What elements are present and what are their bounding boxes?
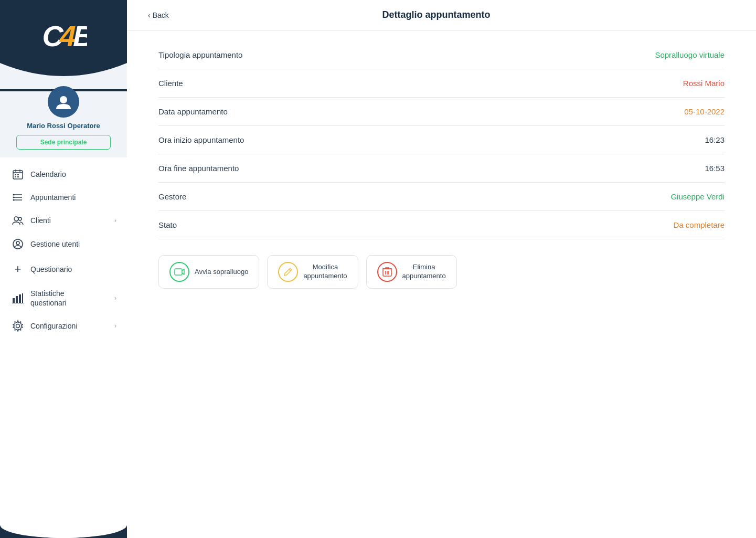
svg-line-33 (289, 269, 291, 271)
detail-content: Tipologia appuntamento Sopralluogo virtu… (127, 30, 756, 538)
sidebar-label-configurazioni: Configurazioni (30, 322, 114, 330)
statistiche-icon (10, 293, 25, 303)
modifica-appuntamento-button[interactable]: Modificaappuntamento (267, 255, 358, 289)
svg-rect-9 (17, 174, 19, 175)
detail-row-gestore: Gestore Giuseppe Verdi (158, 183, 725, 211)
label-tipologia: Tipologia appuntamento (158, 50, 242, 59)
sidebar-item-clienti[interactable]: Clienti › (0, 209, 127, 232)
sidebar-item-configurazioni[interactable]: Configurazioni › (0, 314, 127, 338)
gestione-utenti-icon (10, 238, 25, 250)
svg-rect-24 (16, 296, 18, 303)
modifica-icon (278, 262, 298, 282)
questionario-icon: + (10, 262, 25, 276)
avvia-sopralluogo-button[interactable]: Avvia sopralluogo (158, 255, 259, 289)
back-chevron-icon: ‹ (148, 11, 151, 19)
modifica-label: Modificaappuntamento (303, 263, 347, 281)
value-ora-fine: 16:53 (705, 164, 725, 173)
label-gestore: Gestore (158, 192, 186, 201)
elimina-icon (377, 262, 397, 282)
sidebar-label-calendario: Calendario (30, 170, 116, 178)
svg-rect-8 (15, 174, 16, 175)
svg-point-28 (16, 324, 20, 328)
sidebar-label-appuntamenti: Appuntamenti (30, 193, 116, 202)
configurazioni-icon (10, 320, 25, 332)
detail-row-tipologia: Tipologia appuntamento Sopralluogo virtu… (158, 41, 725, 69)
logo: C 4 B (40, 16, 87, 52)
sidebar-item-appuntamenti[interactable]: Appuntamenti (0, 186, 127, 209)
svg-point-21 (16, 241, 19, 245)
detail-row-ora-fine: Ora fine appuntamento 16:53 (158, 154, 725, 183)
sidebar-item-calendario[interactable]: Calendario (0, 163, 127, 186)
detail-row-data: Data appuntamento 05-10-2022 (158, 98, 725, 126)
sidebar-item-statistiche[interactable]: Statistichequestionari › (0, 282, 127, 314)
svg-point-22 (13, 239, 23, 249)
chevron-configurazioni: › (114, 322, 116, 330)
value-ora-inizio: 16:23 (705, 135, 725, 144)
svg-point-15 (13, 194, 15, 196)
nav-section: Calendario Appuntamenti (0, 157, 127, 496)
svg-rect-10 (15, 176, 16, 177)
chevron-statistiche: › (114, 294, 116, 302)
svg-rect-26 (22, 293, 23, 303)
value-tipologia: Sopralluogo virtuale (655, 50, 725, 59)
sidebar-item-gestione-utenti[interactable]: Gestione utenti (0, 232, 127, 256)
avvia-label: Avvia sopralluogo (195, 268, 248, 277)
calendario-icon (10, 169, 25, 180)
label-cliente: Cliente (158, 79, 183, 88)
svg-rect-11 (17, 176, 19, 177)
sidebar-label-statistiche: Statistichequestionari (30, 289, 114, 308)
user-section: Mario Rossi Operatore Sede principale (0, 91, 127, 157)
sidebar-label-clienti: Clienti (30, 216, 114, 225)
profile-bottom-icon[interactable] (31, 509, 44, 525)
value-gestore: Giuseppe Verdi (670, 192, 725, 201)
label-stato: Stato (158, 220, 177, 229)
svg-rect-23 (13, 298, 15, 303)
value-stato: Da completare (673, 220, 725, 229)
avvia-icon (169, 262, 189, 282)
appuntamenti-icon (10, 192, 25, 203)
page-title: Dettaglio appuntamento (169, 9, 704, 20)
value-data: 05-10-2022 (684, 107, 725, 116)
svg-point-16 (13, 197, 15, 198)
sede-button[interactable]: Sede principale (16, 135, 111, 150)
svg-text:B: B (73, 19, 87, 51)
sidebar-label-gestione: Gestione utenti (30, 240, 116, 248)
svg-point-19 (18, 217, 22, 220)
sidebar-label-questionario: Questionario (30, 265, 116, 273)
svg-point-18 (14, 217, 18, 221)
chevron-clienti: › (114, 217, 116, 224)
logo-area: C 4 B (0, 10, 127, 63)
value-cliente: Rossi Mario (683, 79, 725, 88)
elimina-appuntamento-button[interactable]: Eliminaappuntamento (366, 255, 457, 289)
svg-rect-32 (175, 269, 182, 275)
clienti-icon (10, 215, 25, 226)
back-button[interactable]: ‹ Back (148, 11, 169, 19)
detail-row-cliente: Cliente Rossi Mario (158, 69, 725, 98)
main-header: ‹ Back Dettaglio appuntamento (127, 0, 756, 30)
elimina-label: Eliminaappuntamento (402, 263, 446, 281)
label-ora-fine: Ora fine appuntamento (158, 164, 239, 173)
main-content: ‹ Back Dettaglio appuntamento Tipologia … (127, 0, 756, 538)
back-label: Back (153, 11, 169, 19)
detail-row-ora-inizio: Ora inizio appuntamento 16:23 (158, 126, 725, 154)
svg-point-3 (60, 96, 67, 103)
logout-icon[interactable] (84, 509, 97, 525)
label-data: Data appuntamento (158, 107, 228, 116)
avatar (48, 86, 79, 118)
svg-rect-25 (19, 294, 21, 303)
sidebar-top: C 4 B (0, 0, 127, 63)
actions-area: Avvia sopralluogo Modificaappuntamento (158, 245, 725, 299)
svg-point-17 (13, 199, 15, 201)
detail-row-stato: Stato Da completare (158, 211, 725, 239)
sidebar-item-questionario[interactable]: + Questionario (0, 256, 127, 282)
sidebar: C 4 B Mario Rossi Operatore Sede princip… (0, 0, 127, 538)
label-ora-inizio: Ora inizio appuntamento (158, 135, 244, 144)
user-name: Mario Rossi Operatore (27, 122, 100, 130)
svg-point-30 (35, 512, 39, 516)
sidebar-bottom (0, 496, 127, 538)
